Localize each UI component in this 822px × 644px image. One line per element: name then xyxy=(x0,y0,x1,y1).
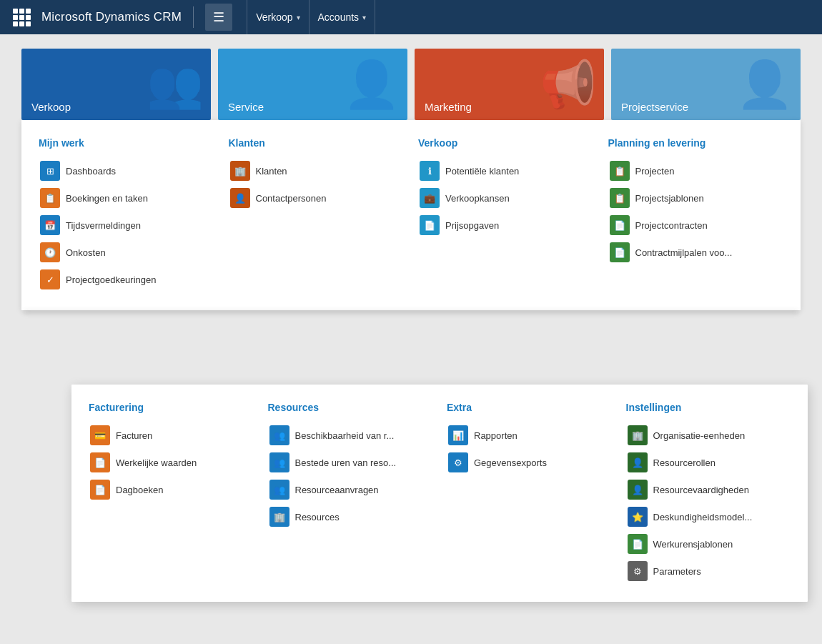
nav-item-resourcevaard[interactable]: 👤 Resourcevaardigheden xyxy=(626,476,791,503)
tile-service-label: Service xyxy=(228,101,264,113)
klanten-icon: 🏢 xyxy=(230,161,250,181)
nav-item-organisatie[interactable]: 🏢 Organisatie-eenheden xyxy=(626,422,791,449)
first-nav-panel: Mijn werk ⊞ Dashboards 📋 Boekingen en ta… xyxy=(21,120,801,310)
boekingen-label: Boekingen en taken xyxy=(66,193,148,204)
section-verkoop: Verkoop ℹ Potentiële klanten 💼 Verkoopka… xyxy=(418,134,594,293)
contactpersonen-icon: 👤 xyxy=(230,188,250,208)
dashboards-icon: ⊞ xyxy=(40,161,60,181)
nav-item-potentiele[interactable]: ℹ Potentiële klanten xyxy=(418,157,594,184)
app-title: Microsoft Dynamics CRM xyxy=(41,10,182,24)
nav-item-werkelijke[interactable]: 📄 Werkelijke waarden xyxy=(89,449,254,476)
gegevensexports-label: Gegevensexports xyxy=(474,457,547,468)
section-verkoop-title: Verkoop xyxy=(418,137,594,149)
section-mijn-werk: Mijn werk ⊞ Dashboards 📋 Boekingen en ta… xyxy=(39,134,214,293)
tijds-label: Tijdsvermeldingen xyxy=(66,220,141,231)
resourceaanvragen-icon: 👥 xyxy=(269,480,289,500)
nav-item-projectgoedkeuringen[interactable]: ✓ Projectgoedkeuringen xyxy=(39,266,214,293)
nav-item-deskundigheid[interactable]: ⭐ Deskundigheidsmodel... xyxy=(626,503,791,530)
potentiele-label: Potentiële klanten xyxy=(445,166,519,177)
parameters-label: Parameters xyxy=(653,566,701,577)
section-planning-title: Planning en levering xyxy=(608,137,784,149)
onkosten-label: Onkosten xyxy=(66,247,106,258)
nav-item-boekingen[interactable]: 📋 Boekingen en taken xyxy=(39,184,214,212)
grid-menu-icon[interactable] xyxy=(9,4,34,30)
werkurensjablonen-icon: 📄 xyxy=(628,534,648,554)
nav-item-gegevensexports[interactable]: ⚙ Gegevensexports xyxy=(447,449,612,476)
rapporten-label: Rapporten xyxy=(474,430,518,441)
nav-item-facturen[interactable]: 💳 Facturen xyxy=(89,422,254,449)
facturen-icon: 💳 xyxy=(90,425,110,445)
section-klanten-title: Klanten xyxy=(229,137,405,149)
section-instellingen: Instellingen 🏢 Organisatie-eenheden 👤 Re… xyxy=(626,399,791,585)
nav-link-verkoop-label: Verkoop xyxy=(256,11,292,23)
section-mijn-werk-title: Mijn werk xyxy=(39,137,214,149)
nav-item-onkosten[interactable]: 🕐 Onkosten xyxy=(39,239,214,266)
nav-item-tijds[interactable]: 📅 Tijdsvermeldingen xyxy=(39,212,214,239)
nav-item-parameters[interactable]: ⚙ Parameters xyxy=(626,558,791,585)
nav-item-projectsjablonen[interactable]: 📋 Projectsjablonen xyxy=(608,184,784,212)
chevron-down-icon: ▾ xyxy=(362,14,366,21)
nav-item-dashboards[interactable]: ⊞ Dashboards xyxy=(39,157,214,184)
resourceaanvragen-label: Resourceaanvragen xyxy=(295,485,379,495)
prijsopgaven-icon: 📄 xyxy=(420,215,440,235)
nav-item-resources[interactable]: 🏢 Resources xyxy=(268,503,433,530)
bestede-label: Bestede uren van reso... xyxy=(295,457,397,468)
organisatie-icon: 🏢 xyxy=(628,425,648,445)
tile-service[interactable]: 👤 Service xyxy=(218,49,407,120)
nav-item-projectcontracten[interactable]: 📄 Projectcontracten xyxy=(608,212,784,239)
projectcontracten-label: Projectcontracten xyxy=(635,220,708,231)
nav-item-contactpersonen[interactable]: 👤 Contactpersonen xyxy=(229,184,405,212)
nav-item-contractmijlpalen[interactable]: 📄 Contractmijlpalen voo... xyxy=(608,239,784,266)
organisatie-label: Organisatie-eenheden xyxy=(653,430,746,441)
nav-item-beschikbaarheid[interactable]: 👥 Beschikbaarheid van r... xyxy=(268,422,433,449)
parameters-icon: ⚙ xyxy=(628,561,648,581)
resourcevaard-icon: 👤 xyxy=(628,480,648,500)
section-klanten: Klanten 🏢 Klanten 👤 Contactpersonen xyxy=(229,134,405,293)
nav-item-projecten[interactable]: 📋 Projecten xyxy=(608,157,784,184)
nav-link-accounts[interactable]: Accounts ▾ xyxy=(310,0,376,34)
section-instellingen-title: Instellingen xyxy=(626,402,791,413)
nav-item-resourcerollen[interactable]: 👤 Resourcerollen xyxy=(626,449,791,476)
nav-item-prijsopgaven[interactable]: 📄 Prijsopgaven xyxy=(418,212,594,239)
grid-dots xyxy=(13,9,31,26)
klanten-label: Klanten xyxy=(256,166,287,177)
nav-item-bestede[interactable]: 👥 Bestede uren van reso... xyxy=(268,449,433,476)
tile-marketing[interactable]: 📢 Marketing xyxy=(415,49,604,120)
first-nav-grid: Mijn werk ⊞ Dashboards 📋 Boekingen en ta… xyxy=(39,134,783,293)
second-nav-panel: Facturering 💳 Facturen 📄 Werkelijke waar… xyxy=(71,385,808,602)
section-extra-title: Extra xyxy=(447,402,612,413)
section-planning: Planning en levering 📋 Projecten 📋 Proje… xyxy=(608,134,784,293)
nav-item-klanten[interactable]: 🏢 Klanten xyxy=(229,157,405,184)
projecten-label: Projecten xyxy=(635,166,675,177)
resources-icon: 🏢 xyxy=(269,507,289,527)
nav-item-verkoopkansen[interactable]: 💼 Verkoopkansen xyxy=(418,184,594,212)
nav-item-werkurensjablonen[interactable]: 📄 Werkurensjablonen xyxy=(626,530,791,558)
projecten-icon: 📋 xyxy=(610,161,630,181)
nav-item-resourceaanvragen[interactable]: 👥 Resourceaanvragen xyxy=(268,476,433,503)
resources-label: Resources xyxy=(295,512,340,522)
resourcerollen-icon: 👤 xyxy=(628,452,648,472)
dagboeken-label: Dagboeken xyxy=(116,485,164,495)
nav-link-verkoop[interactable]: Verkoop ▾ xyxy=(247,0,309,34)
boekingen-icon: 📋 xyxy=(40,188,60,208)
prijsopgaven-label: Prijsopgaven xyxy=(445,220,499,231)
tile-projectservice-icon: 👤 xyxy=(736,61,793,107)
tile-marketing-icon: 📢 xyxy=(540,61,597,107)
beschikbaarheid-icon: 👥 xyxy=(269,425,289,445)
projectgoedkeuringen-icon: ✓ xyxy=(40,269,60,289)
werkelijke-label: Werkelijke waarden xyxy=(116,457,197,468)
bestede-icon: 👥 xyxy=(269,452,289,472)
tile-projectservice[interactable]: 👤 Projectservice xyxy=(611,49,801,120)
facturen-label: Facturen xyxy=(116,430,152,441)
rapporten-icon: 📊 xyxy=(448,425,468,445)
second-nav-grid: Facturering 💳 Facturen 📄 Werkelijke waar… xyxy=(89,399,791,585)
nav-item-dagboeken[interactable]: 📄 Dagboeken xyxy=(89,476,254,503)
nav-item-rapporten[interactable]: 📊 Rapporten xyxy=(447,422,612,449)
verkoopkansen-label: Verkoopkansen xyxy=(445,193,510,204)
resourcevaard-label: Resourcevaardigheden xyxy=(653,485,749,495)
tile-verkoop[interactable]: 👥 Verkoop xyxy=(21,49,211,120)
section-resources: Resources 👥 Beschikbaarheid van r... 👥 B… xyxy=(268,399,433,585)
hamburger-button[interactable]: ☰ xyxy=(205,4,232,31)
nav-links: Verkoop ▾ Accounts ▾ xyxy=(247,0,375,34)
section-extra: Extra 📊 Rapporten ⚙ Gegevensexports xyxy=(447,399,612,585)
